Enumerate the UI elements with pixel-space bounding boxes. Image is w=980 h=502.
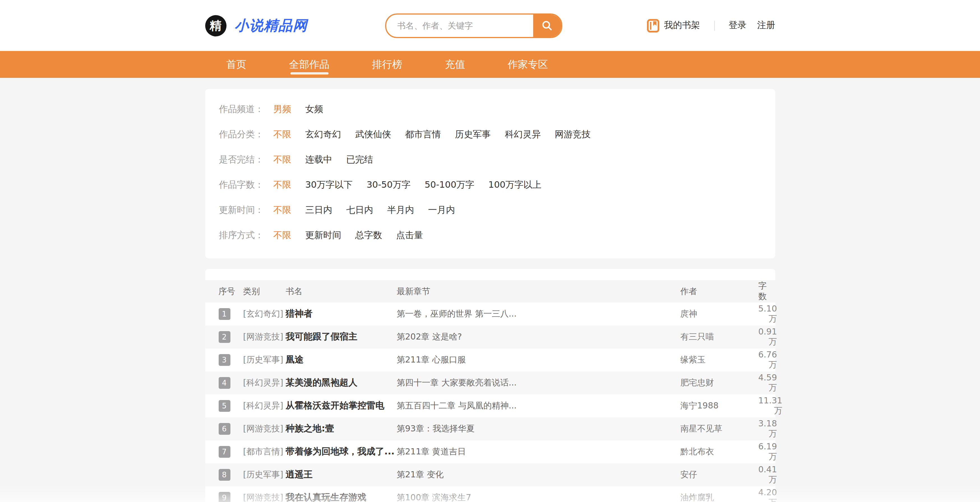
filter-option[interactable]: 女频 bbox=[305, 104, 323, 115]
main-nav: 首页 全部作品 排行榜 充值 作家专区 bbox=[0, 51, 980, 78]
col-header-no: 序号 bbox=[218, 286, 243, 297]
latest-chapter-link[interactable]: 第202章 这是啥? bbox=[397, 332, 680, 342]
col-header-author: 作者 bbox=[680, 286, 758, 297]
filter-option[interactable]: 玄幻奇幻 bbox=[305, 129, 341, 141]
book-author[interactable]: 安仔 bbox=[680, 470, 758, 480]
book-title-link[interactable]: 猎神者 bbox=[286, 308, 397, 320]
filter-row-channel: 作品频道： 男频 女频 bbox=[205, 97, 775, 122]
bookshelf-link[interactable]: 我的书架 bbox=[647, 19, 700, 32]
book-title-link[interactable]: 某美漫的黑袍超人 bbox=[286, 377, 397, 389]
book-category: [网游竞技] bbox=[243, 424, 286, 434]
latest-chapter-link[interactable]: 第93章：我选择华夏 bbox=[397, 424, 680, 434]
nav-item-home[interactable]: 首页 bbox=[205, 51, 268, 78]
book-category: [历史军事] bbox=[243, 355, 286, 365]
filter-option[interactable]: 不限 bbox=[273, 230, 291, 241]
book-title-link[interactable]: 带着修为回地球，我成了... bbox=[286, 446, 397, 458]
filter-option[interactable]: 武侠仙侠 bbox=[355, 129, 391, 141]
word-count: 6.19万 bbox=[758, 442, 777, 462]
filter-option[interactable]: 男频 bbox=[273, 104, 291, 115]
filter-option[interactable]: 科幻灵异 bbox=[505, 129, 541, 141]
filter-panel: 作品频道： 男频 女频 作品分类： 不限 玄幻奇幻 武侠仙侠 都市言情 历史军事… bbox=[205, 89, 775, 258]
filter-option[interactable]: 不限 bbox=[273, 154, 291, 166]
filter-row-wordcount: 作品字数： 不限 30万字以下 30-50万字 50-100万字 100万字以上 bbox=[205, 173, 775, 198]
filter-label: 是否完结： bbox=[219, 154, 273, 166]
table-row: 2 [网游竞技] 我可能跟了假宿主 第202章 这是啥? 有三只喵 0.91万 bbox=[205, 326, 775, 348]
filter-option[interactable]: 总字数 bbox=[355, 230, 382, 241]
book-author[interactable]: 海宁1988 bbox=[680, 400, 758, 411]
table-row: 9 [网游竞技] 我在认真玩生存游戏 第100章 滨海求生7 油炸腐乳 4.20… bbox=[205, 486, 775, 502]
table-header-row: 序号 类别 书名 最新章节 作者 字数 bbox=[205, 280, 775, 303]
book-list: 序号 类别 书名 最新章节 作者 字数 1 [玄幻奇幻] 猎神者 第一卷，巫师的… bbox=[205, 269, 775, 502]
filter-row-category: 作品分类： 不限 玄幻奇幻 武侠仙侠 都市言情 历史军事 科幻灵异 网游竞技 bbox=[205, 122, 775, 147]
bookshelf-label: 我的书架 bbox=[664, 20, 700, 31]
filter-option[interactable]: 30-50万字 bbox=[367, 179, 410, 191]
book-title-link[interactable]: 逍遥王 bbox=[286, 469, 397, 481]
filter-option[interactable]: 都市言情 bbox=[405, 129, 441, 141]
book-author[interactable]: 有三只喵 bbox=[680, 332, 758, 342]
register-link[interactable]: 注册 bbox=[757, 20, 775, 31]
filter-option[interactable]: 更新时间 bbox=[305, 230, 341, 241]
filter-row-sort: 排序方式： 不限 更新时间 总字数 点击量 bbox=[205, 223, 775, 248]
book-author[interactable]: 南星不见草 bbox=[680, 424, 758, 434]
latest-chapter-link[interactable]: 第五百四十二章 与凤凰的精神... bbox=[397, 400, 680, 411]
filter-option[interactable]: 网游竞技 bbox=[555, 129, 591, 141]
filter-option[interactable]: 半月内 bbox=[387, 205, 414, 216]
search-bar bbox=[385, 13, 562, 38]
filter-option[interactable]: 50-100万字 bbox=[425, 179, 474, 191]
book-title-link[interactable]: 凰途 bbox=[286, 354, 397, 366]
col-header-chapter: 最新章节 bbox=[397, 286, 680, 297]
latest-chapter-link[interactable]: 第一卷，巫师的世界 第一三八... bbox=[397, 309, 680, 319]
search-input[interactable] bbox=[386, 14, 533, 37]
search-icon bbox=[541, 20, 553, 31]
rank-badge: 1 bbox=[218, 308, 230, 320]
table-row: 7 [都市言情] 带着修为回地球，我成了... 第211章 黄道吉日 黔北布衣 … bbox=[205, 440, 775, 463]
book-title-link[interactable]: 我可能跟了假宿主 bbox=[286, 331, 397, 343]
filter-option[interactable]: 三日内 bbox=[305, 205, 332, 216]
nav-item-recharge[interactable]: 充值 bbox=[423, 51, 486, 78]
search-button[interactable] bbox=[533, 14, 561, 37]
latest-chapter-link[interactable]: 第四十一章 大家要敞亮着说话... bbox=[397, 378, 680, 388]
filter-row-updated: 更新时间： 不限 三日内 七日内 半月内 一月内 bbox=[205, 198, 775, 223]
nav-item-all-works[interactable]: 全部作品 bbox=[268, 51, 351, 78]
page: 精 小说精品网 bbox=[0, 0, 980, 502]
filter-option[interactable]: 七日内 bbox=[346, 205, 373, 216]
word-count: 0.91万 bbox=[758, 327, 777, 347]
filter-label: 排序方式： bbox=[219, 230, 273, 241]
filter-option[interactable]: 不限 bbox=[273, 129, 291, 141]
book-author[interactable]: 肥宅忠财 bbox=[680, 378, 758, 388]
book-author[interactable]: 缘紫玉 bbox=[680, 355, 758, 365]
filter-option[interactable]: 不限 bbox=[273, 205, 291, 216]
book-category: [都市言情] bbox=[243, 446, 286, 457]
table-row: 8 [历史军事] 逍遥王 第21章 变化 安仔 0.41万 bbox=[205, 463, 775, 486]
latest-chapter-link[interactable]: 第211章 心服口服 bbox=[397, 355, 680, 365]
word-count: 6.76万 bbox=[758, 349, 777, 370]
nav-item-ranking[interactable]: 排行榜 bbox=[351, 51, 423, 78]
book-category: [科幻灵异] bbox=[243, 400, 286, 411]
book-author[interactable]: 油炸腐乳 bbox=[680, 492, 758, 502]
filter-option[interactable]: 点击量 bbox=[396, 230, 423, 241]
book-author[interactable]: 黔北布衣 bbox=[680, 446, 758, 457]
latest-chapter-link[interactable]: 第100章 滨海求生7 bbox=[397, 492, 680, 502]
latest-chapter-link[interactable]: 第211章 黄道吉日 bbox=[397, 446, 680, 457]
book-category: [网游竞技] bbox=[243, 332, 286, 342]
filter-option[interactable]: 100万字以上 bbox=[488, 179, 541, 191]
logo-badge-icon: 精 bbox=[205, 15, 226, 36]
word-count: 4.59万 bbox=[758, 373, 777, 393]
book-title-link[interactable]: 我在认真玩生存游戏 bbox=[286, 492, 397, 502]
table-body: 1 [玄幻奇幻] 猎神者 第一卷，巫师的世界 第一三八... 庹神 5.10万 … bbox=[205, 303, 775, 502]
filter-option[interactable]: 连载中 bbox=[305, 154, 332, 166]
col-header-words: 字数 bbox=[758, 281, 767, 302]
filter-option[interactable]: 历史军事 bbox=[455, 129, 491, 141]
filter-option[interactable]: 不限 bbox=[273, 179, 291, 191]
book-title-link[interactable]: 从霍格沃兹开始掌控雷电 bbox=[286, 400, 397, 412]
site-logo[interactable]: 精 小说精品网 bbox=[205, 15, 307, 36]
filter-option[interactable]: 已完结 bbox=[346, 154, 373, 166]
filter-option[interactable]: 30万字以下 bbox=[305, 179, 353, 191]
nav-item-author-zone[interactable]: 作家专区 bbox=[486, 51, 570, 78]
book-title-link[interactable]: 种族之地:壹 bbox=[286, 423, 397, 435]
book-author[interactable]: 庹神 bbox=[680, 309, 758, 319]
table-row: 5 [科幻灵异] 从霍格沃兹开始掌控雷电 第五百四十二章 与凤凰的精神... 海… bbox=[205, 394, 775, 418]
login-link[interactable]: 登录 bbox=[729, 20, 746, 31]
latest-chapter-link[interactable]: 第21章 变化 bbox=[397, 470, 680, 480]
filter-option[interactable]: 一月内 bbox=[428, 205, 455, 216]
